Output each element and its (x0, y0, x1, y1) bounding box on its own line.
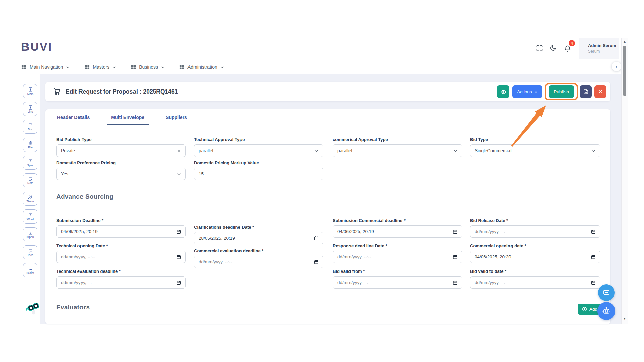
nav-label: Business (139, 64, 158, 70)
nav-item-business[interactable]: Business (131, 64, 165, 70)
nav-item-main-navigation[interactable]: Main Navigation (21, 64, 70, 70)
calendar-icon (176, 280, 181, 285)
grid-icon (131, 65, 136, 70)
field-label: Submission Commercial deadline * (333, 218, 406, 223)
user-profile[interactable]: Admin Serum Serum (579, 38, 619, 59)
bid-release-date-input[interactable]: dd/mm/yyyy, --:-- (470, 225, 600, 238)
chevron-down-icon (220, 65, 224, 69)
nav-collapse-button[interactable]: ‹ (612, 62, 621, 71)
nav-label: Main Navigation (30, 64, 63, 70)
user-role: Serum (588, 49, 619, 54)
robot-icon (602, 306, 611, 316)
sidebar-item-spec[interactable]: Spec (23, 156, 37, 170)
note-icon (28, 176, 33, 181)
chat-widget-button[interactable] (598, 284, 615, 301)
evaluators-heading: Evaluators (56, 304, 90, 311)
bid-publish-type-select[interactable]: Private (56, 144, 186, 157)
publish-button[interactable]: Publish (549, 85, 574, 98)
close-button[interactable]: ✕ (594, 85, 606, 98)
field-label: commerical Approval Type (333, 137, 388, 142)
sidebar-item-label: File (28, 146, 33, 149)
file-page-icon (28, 123, 33, 128)
sidebar-item-note[interactable]: Note (23, 173, 37, 187)
field-label: Technical evaluation deadline * (56, 269, 121, 274)
submission-deadline-input[interactable]: 04/06/2025, 20:19 (56, 225, 186, 238)
chevron-down-icon (453, 149, 458, 153)
circle-plus-icon (582, 307, 587, 312)
sidebar-item-main[interactable]: Main (23, 84, 37, 98)
sidebar-item-line[interactable]: Line (23, 102, 37, 116)
header-divider (13, 59, 621, 59)
chat-bubble-icon (28, 266, 33, 271)
sidebar-item-team[interactable]: Team (23, 192, 37, 206)
scroll-down-arrow[interactable]: ▼ (622, 317, 628, 320)
date-value: dd/mm/yyyy, --:-- (61, 280, 95, 285)
submission-commercial-deadline-input[interactable]: 04/06/2025, 20:19 (333, 225, 462, 238)
preview-eye-button[interactable] (497, 85, 509, 98)
save-button[interactable] (580, 85, 592, 98)
date-value: dd/mm/yyyy, --:-- (199, 259, 232, 264)
scroll-up-arrow[interactable]: ▲ (622, 40, 628, 43)
goggles-mascot-icon (25, 301, 42, 318)
bid-valid-from-input[interactable]: dd/mm/yyyy, --:-- (333, 276, 462, 289)
field-label: Response dead line Date * (333, 243, 387, 248)
sidebar-item-tech[interactable]: Tech (23, 245, 37, 259)
date-value: 04/06/2025, 20:19 (61, 229, 98, 234)
sidebar-item-label: Spec (27, 164, 33, 167)
chevron-down-icon (66, 65, 70, 69)
calendar-icon (453, 255, 458, 259)
date-value: dd/mm/yyyy, --:-- (475, 229, 508, 234)
field-label: Technical opening Date * (56, 243, 108, 248)
ai-robot-button[interactable] (597, 302, 615, 320)
tab-header-details[interactable]: Header Details (53, 115, 94, 125)
notification-count-badge: 4 (569, 40, 575, 46)
sidebar-item-claim[interactable]: Claim (23, 263, 37, 277)
select-value: parallel (337, 148, 352, 153)
chat-bubble-icon (28, 248, 33, 253)
technical-opening-date-input[interactable]: dd/mm/yyyy, --:-- (56, 251, 186, 263)
grid-icon (85, 65, 90, 70)
chat-dots-icon (602, 289, 610, 297)
sidebar-item-label: Open (27, 236, 34, 239)
page-title-card: Edit Request for Proposal : 2025RQ1461 A… (45, 82, 610, 101)
calendar-icon (176, 255, 181, 259)
bid-valid-to-date-input[interactable]: dd/mm/yyyy, --:-- (470, 276, 600, 289)
domestic-preference-pricing-select[interactable]: Yes (56, 168, 186, 180)
sidebar-item-open[interactable]: Open (23, 227, 37, 241)
sidebar-item-doc[interactable]: Doc (23, 120, 37, 134)
eye-icon (500, 89, 506, 95)
dark-mode-moon-icon[interactable] (550, 44, 557, 53)
tab-suppliers[interactable]: Suppliers (161, 115, 192, 125)
sidebar-item-word[interactable]: Word (23, 209, 37, 224)
sidebar-item-file[interactable]: File (23, 138, 37, 152)
team-people-icon (28, 195, 33, 200)
field-label: Commercial opening date * (470, 243, 526, 248)
close-icon: ✕ (598, 88, 603, 95)
add-label: Add (589, 307, 597, 312)
clarifications-deadline-input[interactable]: 28/05/2025, 20:19 (194, 232, 323, 244)
nav-item-masters[interactable]: Masters (85, 64, 116, 70)
field-label: Bid valid to date * (470, 269, 506, 274)
notifications-bell-icon[interactable] (564, 45, 571, 54)
field-label: Commercial evaluation deadline * (194, 248, 263, 253)
response-deadline-date-input[interactable]: dd/mm/yyyy, --:-- (333, 251, 462, 263)
fullscreen-icon[interactable] (536, 45, 543, 53)
commercial-evaluation-deadline-input[interactable]: dd/mm/yyyy, --:-- (194, 256, 323, 268)
calendar-icon (453, 229, 458, 234)
domestic-pricing-markup-input[interactable]: 15 (194, 168, 323, 180)
sidebar-item-label: Tech (27, 254, 33, 257)
commercial-approval-type-select[interactable]: parallel (333, 144, 462, 157)
paperclip-icon (28, 141, 33, 146)
nav-item-administration[interactable]: Administration (179, 64, 224, 70)
technical-approval-type-select[interactable]: parallel (194, 144, 323, 157)
user-name: Admin Serum (588, 43, 619, 48)
commercial-opening-date-input[interactable]: 04/06/2025, 20:20 (470, 251, 600, 263)
technical-evaluation-deadline-input[interactable]: dd/mm/yyyy, --:-- (56, 276, 186, 289)
calendar-icon (453, 280, 458, 285)
tab-multi-envelope[interactable]: Multi Envelope (107, 115, 149, 125)
grid-icon (179, 65, 184, 70)
chevron-down-icon (315, 149, 319, 153)
actions-dropdown-button[interactable]: Actions (512, 85, 542, 98)
scrollbar-thumb[interactable] (623, 46, 626, 96)
field-label: Bid Release Date * (470, 218, 508, 223)
